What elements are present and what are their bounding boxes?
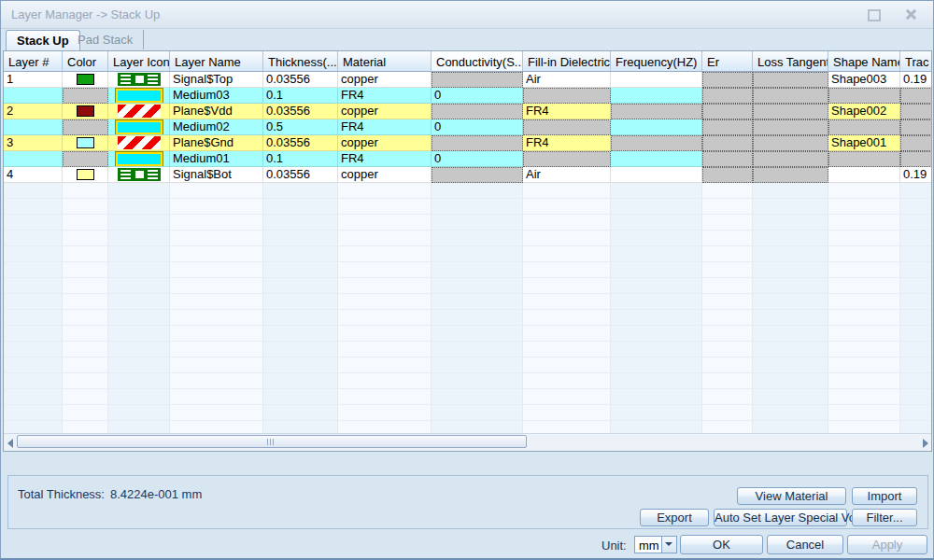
table-cell[interactable]: copper [338, 167, 432, 183]
tab-pad-stack[interactable]: Pad Stack [67, 30, 144, 49]
empty-cell[interactable] [63, 246, 108, 262]
empty-cell[interactable] [523, 373, 611, 389]
empty-cell[interactable] [338, 246, 432, 262]
empty-cell[interactable] [702, 278, 753, 294]
empty-cell[interactable] [753, 373, 828, 389]
table-cell[interactable]: 3 [4, 135, 63, 151]
empty-cell[interactable] [63, 326, 108, 342]
empty-cell[interactable] [432, 215, 523, 231]
empty-cell[interactable] [63, 373, 108, 389]
table-cell[interactable]: 1 [4, 72, 63, 88]
empty-cell[interactable] [338, 215, 432, 231]
table-cell[interactable]: FR4 [338, 119, 432, 135]
scrollbar-thumb[interactable] [17, 435, 527, 448]
empty-cell[interactable] [170, 342, 263, 357]
empty-cell[interactable] [702, 342, 753, 357]
table-cell[interactable]: 0 [432, 88, 523, 104]
table-cell[interactable]: copper [338, 135, 432, 151]
empty-cell[interactable] [702, 326, 753, 342]
table-cell[interactable] [108, 119, 170, 135]
empty-cell[interactable] [108, 183, 170, 199]
empty-cell[interactable] [900, 342, 932, 357]
empty-cell[interactable] [432, 262, 523, 278]
table-cell[interactable]: FR4 [523, 135, 611, 151]
table-cell[interactable] [4, 119, 63, 135]
table-cell[interactable]: Signal$Top [170, 72, 263, 88]
empty-cell[interactable] [753, 278, 828, 294]
empty-cell[interactable] [611, 326, 702, 342]
empty-cell[interactable] [753, 231, 828, 246]
empty-cell[interactable] [263, 357, 338, 373]
empty-cell[interactable] [828, 405, 900, 421]
empty-cell[interactable] [170, 326, 263, 342]
empty-cell[interactable] [753, 262, 828, 278]
apply-button[interactable]: Apply [847, 535, 927, 554]
color-swatch[interactable] [77, 169, 94, 180]
empty-cell[interactable] [828, 246, 900, 262]
table-cell[interactable]: Plane$Gnd [170, 135, 263, 151]
empty-cell[interactable] [828, 278, 900, 294]
empty-cell[interactable] [263, 405, 338, 421]
empty-cell[interactable] [63, 310, 108, 326]
auto-set-layer-special-void-button[interactable]: Auto Set Layer Special Void [714, 509, 847, 526]
table-cell[interactable]: 2 [4, 104, 63, 119]
cancel-button[interactable]: Cancel [767, 535, 843, 554]
ok-button[interactable]: OK [680, 535, 763, 554]
table-cell[interactable] [828, 167, 900, 183]
empty-cell[interactable] [753, 199, 828, 215]
empty-cell[interactable] [828, 389, 900, 405]
empty-cell[interactable] [338, 389, 432, 405]
table-cell[interactable]: Air [523, 72, 611, 88]
table-cell[interactable]: 0.1 [263, 151, 338, 167]
color-swatch[interactable] [77, 137, 94, 148]
empty-cell[interactable] [523, 342, 611, 357]
empty-cell[interactable] [4, 357, 63, 373]
table-cell[interactable] [108, 135, 170, 151]
empty-cell[interactable] [611, 342, 702, 357]
table-cell[interactable]: 0 [432, 151, 523, 167]
chevron-down-icon[interactable] [661, 537, 676, 553]
table-cell[interactable]: 0.19 [900, 72, 932, 88]
empty-cell[interactable] [170, 405, 263, 421]
empty-cell[interactable] [263, 342, 338, 357]
empty-cell[interactable] [900, 199, 932, 215]
table-cell[interactable]: Plane$Vdd [170, 104, 263, 119]
table-cell[interactable]: FR4 [338, 151, 432, 167]
empty-cell[interactable] [108, 326, 170, 342]
table-cell[interactable]: Shape003 [828, 72, 900, 88]
table-cell[interactable]: FR4 [523, 104, 611, 119]
empty-cell[interactable] [338, 405, 432, 421]
empty-cell[interactable] [63, 278, 108, 294]
empty-cell[interactable] [753, 357, 828, 373]
table-cell[interactable]: copper [338, 104, 432, 119]
empty-cell[interactable] [338, 231, 432, 246]
empty-cell[interactable] [900, 183, 932, 199]
empty-cell[interactable] [170, 231, 263, 246]
table-cell[interactable]: 0.03556 [263, 72, 338, 88]
empty-cell[interactable] [523, 326, 611, 342]
empty-cell[interactable] [4, 183, 63, 199]
empty-cell[interactable] [828, 373, 900, 389]
empty-cell[interactable] [4, 231, 63, 246]
column-header-layer-icon[interactable]: Layer Icon [108, 51, 170, 71]
color-swatch[interactable] [77, 105, 94, 117]
table-cell[interactable]: 0.03556 [263, 135, 338, 151]
empty-cell[interactable] [432, 183, 523, 199]
empty-cell[interactable] [753, 342, 828, 357]
empty-cell[interactable] [900, 262, 932, 278]
empty-cell[interactable] [432, 278, 523, 294]
empty-cell[interactable] [523, 294, 611, 310]
empty-cell[interactable] [611, 199, 702, 215]
empty-cell[interactable] [900, 357, 932, 373]
empty-cell[interactable] [753, 405, 828, 421]
empty-cell[interactable] [523, 405, 611, 421]
table-cell[interactable] [611, 88, 702, 104]
empty-cell[interactable] [523, 310, 611, 326]
empty-cell[interactable] [108, 373, 170, 389]
table-cell[interactable] [63, 167, 108, 183]
empty-cell[interactable] [108, 262, 170, 278]
empty-cell[interactable] [828, 294, 900, 310]
empty-cell[interactable] [63, 231, 108, 246]
empty-cell[interactable] [338, 294, 432, 310]
empty-cell[interactable] [263, 278, 338, 294]
